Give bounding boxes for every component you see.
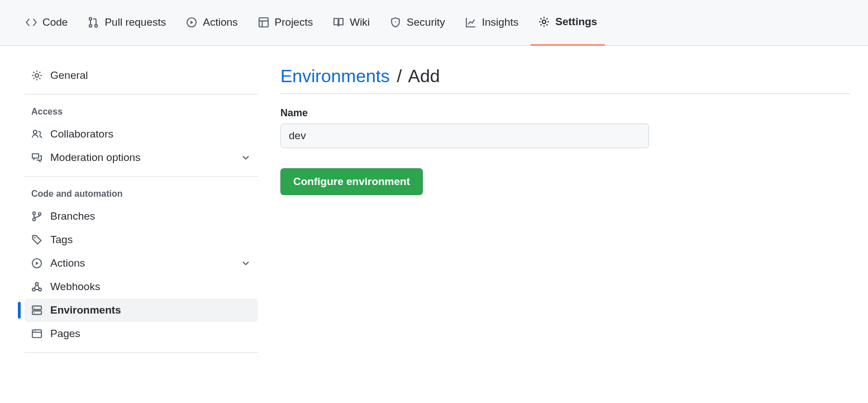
tab-pull-requests-label: Pull requests bbox=[104, 16, 166, 29]
svg-point-5 bbox=[395, 21, 396, 22]
svg-point-23 bbox=[35, 331, 36, 332]
svg-point-12 bbox=[34, 237, 36, 239]
svg-point-7 bbox=[35, 74, 39, 77]
shield-icon bbox=[390, 17, 401, 28]
git-pull-request-icon bbox=[88, 17, 99, 28]
svg-point-11 bbox=[39, 212, 41, 215]
svg-point-9 bbox=[33, 212, 36, 215]
tab-insights-label: Insights bbox=[482, 16, 518, 29]
play-circle-icon bbox=[31, 258, 42, 269]
tab-insights[interactable]: Insights bbox=[457, 0, 526, 46]
breadcrumb-link-environments[interactable]: Environments bbox=[280, 66, 390, 86]
tag-icon bbox=[31, 234, 42, 245]
svg-point-16 bbox=[39, 288, 41, 291]
sidebar-heading-automation: Code and automation bbox=[25, 183, 258, 205]
sidebar-item-label: Tags bbox=[50, 234, 251, 246]
table-icon bbox=[258, 17, 269, 28]
svg-point-22 bbox=[34, 331, 35, 332]
svg-rect-4 bbox=[259, 17, 268, 26]
tab-wiki-label: Wiki bbox=[350, 16, 370, 29]
svg-point-19 bbox=[34, 307, 35, 309]
repo-topnav: Code Pull requests Actions Projects Wiki… bbox=[0, 0, 868, 46]
sidebar-item-branches[interactable]: Branches bbox=[25, 205, 258, 228]
chevron-down-icon bbox=[240, 152, 251, 163]
svg-point-15 bbox=[32, 288, 35, 291]
page-title: Environments / Add bbox=[280, 66, 850, 94]
sidebar-item-label: Actions bbox=[50, 257, 232, 269]
tab-projects-label: Projects bbox=[275, 16, 313, 29]
sidebar-item-label: Webhooks bbox=[50, 281, 251, 293]
gear-icon bbox=[538, 16, 550, 27]
settings-container: General Access Collaborators Moderation … bbox=[0, 46, 868, 377]
tab-settings[interactable]: Settings bbox=[531, 0, 605, 46]
divider bbox=[25, 352, 258, 353]
sidebar-item-label: Collaborators bbox=[50, 128, 251, 140]
configure-environment-button[interactable]: Configure environment bbox=[280, 168, 423, 195]
gear-icon bbox=[31, 70, 42, 81]
svg-point-14 bbox=[36, 283, 39, 286]
name-label: Name bbox=[280, 107, 850, 119]
svg-point-1 bbox=[89, 25, 92, 27]
graph-icon bbox=[465, 17, 476, 28]
svg-point-2 bbox=[95, 25, 98, 27]
breadcrumb-separator: / bbox=[395, 66, 404, 86]
svg-point-20 bbox=[34, 312, 35, 314]
divider bbox=[25, 176, 258, 177]
server-icon bbox=[31, 305, 42, 316]
code-icon bbox=[26, 17, 37, 28]
settings-sidebar: General Access Collaborators Moderation … bbox=[18, 64, 258, 359]
sidebar-item-moderation[interactable]: Moderation options bbox=[25, 146, 258, 169]
people-icon bbox=[31, 129, 42, 140]
tab-actions[interactable]: Actions bbox=[178, 0, 245, 46]
environment-name-input[interactable] bbox=[280, 124, 649, 148]
sidebar-item-label: Moderation options bbox=[50, 151, 232, 164]
sidebar-item-webhooks[interactable]: Webhooks bbox=[25, 275, 258, 298]
sidebar-item-general[interactable]: General bbox=[25, 64, 258, 87]
sidebar-item-environments[interactable]: Environments bbox=[25, 298, 258, 322]
sidebar-item-label: Branches bbox=[50, 210, 251, 222]
sidebar-item-collaborators[interactable]: Collaborators bbox=[25, 122, 258, 146]
divider bbox=[25, 94, 258, 94]
sidebar-item-actions[interactable]: Actions bbox=[25, 252, 258, 275]
book-icon bbox=[333, 17, 344, 28]
svg-point-10 bbox=[33, 218, 36, 221]
sidebar-item-label: Pages bbox=[50, 328, 251, 340]
browser-icon bbox=[31, 328, 42, 339]
sidebar-item-label: Environments bbox=[50, 304, 251, 316]
sidebar-item-label: General bbox=[50, 69, 251, 82]
svg-point-0 bbox=[89, 17, 92, 20]
sidebar-item-pages[interactable]: Pages bbox=[25, 322, 258, 345]
git-branch-icon bbox=[31, 211, 42, 222]
play-circle-icon bbox=[186, 17, 197, 28]
main-content: Environments / Add Name Configure enviro… bbox=[280, 64, 850, 359]
sidebar-item-tags[interactable]: Tags bbox=[25, 228, 258, 252]
tab-code-label: Code bbox=[42, 16, 68, 29]
breadcrumb-current: Add bbox=[408, 66, 440, 86]
tab-actions-label: Actions bbox=[203, 16, 237, 29]
svg-point-8 bbox=[34, 130, 37, 134]
tab-security-label: Security bbox=[407, 16, 445, 29]
tab-security[interactable]: Security bbox=[382, 0, 453, 46]
tab-code[interactable]: Code bbox=[18, 0, 75, 46]
comment-discussion-icon bbox=[31, 152, 42, 163]
chevron-down-icon bbox=[240, 258, 251, 269]
tab-wiki[interactable]: Wiki bbox=[325, 0, 378, 46]
svg-point-6 bbox=[542, 20, 546, 23]
tab-pull-requests[interactable]: Pull requests bbox=[80, 0, 174, 46]
webhook-icon bbox=[31, 281, 42, 292]
sidebar-heading-access: Access bbox=[25, 101, 258, 122]
tab-settings-label: Settings bbox=[555, 16, 597, 28]
tab-projects[interactable]: Projects bbox=[250, 0, 321, 46]
